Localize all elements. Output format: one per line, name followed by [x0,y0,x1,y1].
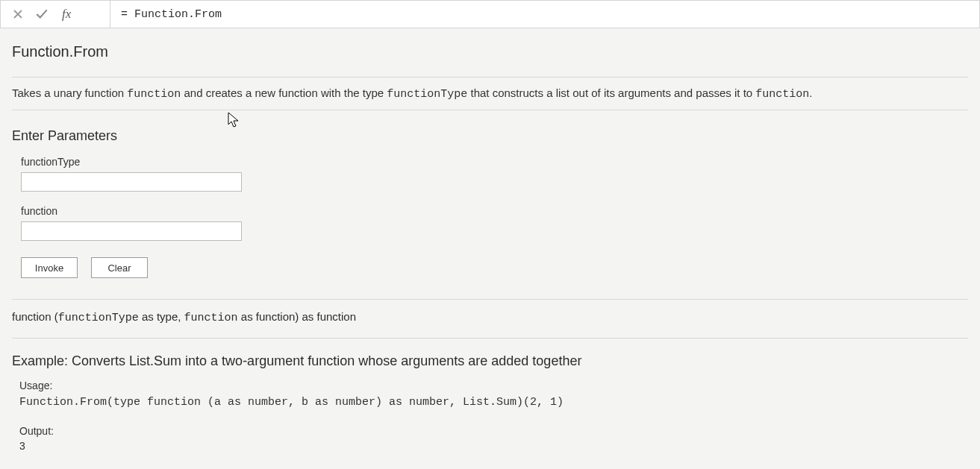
output-label: Output: [19,425,968,437]
example-body: Usage: Function.From(type function (a as… [19,380,968,452]
param-input-functiontype[interactable] [21,172,242,192]
formula-bar: fx [0,0,980,28]
sig-text: function ( [12,310,58,323]
desc-text: . [809,86,812,99]
confirm-icon[interactable] [35,7,49,21]
sig-code: function [184,312,238,324]
usage-label: Usage: [19,380,968,391]
desc-text: and creates a new function with the type [181,86,387,99]
sig-text: as type, [139,310,184,323]
formula-input[interactable] [110,1,979,28]
param-label-functiontype: functionType [21,156,968,168]
desc-code: function [755,88,809,101]
param-input-function[interactable] [21,221,242,241]
function-title: Function.From [12,43,968,60]
function-signature: function (functionType as type, function… [12,299,968,339]
desc-text: Takes a unary function [12,86,127,99]
example-heading: Example: Converts List.Sum into a two-ar… [12,353,968,369]
desc-text: that constructs a list out of its argume… [467,86,755,99]
enter-parameters-heading: Enter Parameters [12,128,968,144]
cancel-icon[interactable] [11,7,25,21]
output-value: 3 [19,440,968,452]
usage-code: Function.From(type function (a as number… [19,396,968,409]
clear-button[interactable]: Clear [91,257,148,278]
content-area: Function.From Takes a unary function fun… [0,28,980,469]
sig-text: as function) as function [238,310,356,323]
invoke-button[interactable]: Invoke [21,257,78,278]
fx-icon[interactable]: fx [62,7,71,22]
param-label-function: function [21,205,968,217]
formula-bar-controls: fx [1,1,110,28]
sig-code: functionType [58,312,139,324]
button-row: Invoke Clear [21,257,968,278]
function-description: Takes a unary function function and crea… [12,77,968,110]
desc-code: functionType [387,88,467,101]
desc-code: function [127,88,181,101]
parameter-group: functionType function [21,156,968,254]
